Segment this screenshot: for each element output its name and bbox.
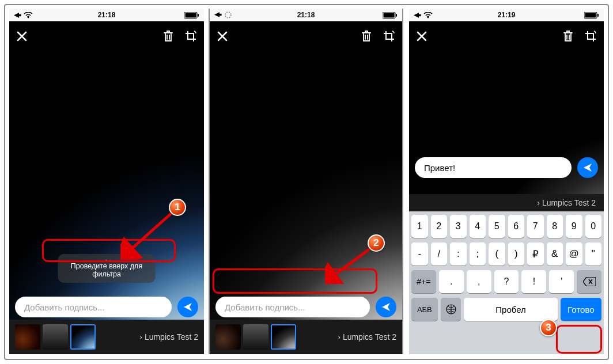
recipient-chip[interactable]: › Lumpics Test 2 bbox=[139, 332, 198, 342]
key-space[interactable]: Пробел bbox=[464, 298, 558, 321]
step-badge-2: 2 bbox=[368, 234, 385, 252]
key-done[interactable]: Готово bbox=[561, 298, 601, 321]
ios-keyboard: 1 2 3 4 5 6 7 8 9 0 - / : ; ( ) ₽ & @ bbox=[409, 211, 604, 354]
filter-hint-text: Проведите вверх для фильтра bbox=[71, 262, 142, 278]
svg-rect-5 bbox=[384, 13, 395, 17]
step-badge-1: 1 bbox=[169, 199, 186, 216]
crop-rotate-icon[interactable] bbox=[184, 30, 197, 45]
photo-thumbnail-selected[interactable] bbox=[271, 324, 296, 350]
key-paren-close[interactable]: ) bbox=[508, 242, 525, 266]
svg-rect-6 bbox=[396, 14, 397, 17]
key-9[interactable]: 9 bbox=[566, 215, 582, 238]
key-apostrophe[interactable]: ' bbox=[549, 270, 574, 293]
trash-icon[interactable] bbox=[562, 30, 574, 45]
status-time: 21:18 bbox=[297, 11, 315, 19]
key-5[interactable]: 5 bbox=[489, 215, 505, 238]
close-icon[interactable] bbox=[416, 31, 427, 44]
key-semicolon[interactable]: ; bbox=[470, 242, 486, 266]
phone-screenshot-3: 21:19 Привет! bbox=[409, 9, 604, 354]
key-symbols-toggle[interactable]: #+= bbox=[411, 270, 436, 293]
crop-rotate-icon[interactable] bbox=[383, 30, 395, 45]
chevron-right-icon: › bbox=[537, 198, 540, 207]
chevron-up-icon: ︿ bbox=[66, 257, 147, 262]
photo-thumbnail-selected[interactable] bbox=[70, 324, 96, 350]
key-0[interactable]: 0 bbox=[585, 215, 602, 238]
trash-icon[interactable] bbox=[162, 30, 174, 45]
battery-icon bbox=[184, 11, 199, 19]
key-4[interactable]: 4 bbox=[470, 215, 486, 238]
selected-photos-strip: › Lumpics Test 2 bbox=[9, 320, 204, 354]
photo-thumbnail[interactable] bbox=[43, 324, 68, 350]
photo-thumbnail[interactable] bbox=[243, 324, 268, 350]
phone-screenshot-1: 21:18 ︿ Проведите вверх для фи bbox=[9, 9, 204, 354]
status-bar: 21:18 bbox=[9, 9, 204, 21]
status-left-icons bbox=[214, 11, 232, 20]
key-globe[interactable] bbox=[441, 298, 461, 321]
photo-preview-area[interactable] bbox=[210, 21, 402, 320]
svg-rect-1 bbox=[186, 13, 196, 17]
battery-icon bbox=[383, 11, 398, 19]
phone-screenshot-2: 21:18 Добавить подпись... bbox=[209, 9, 403, 354]
send-button[interactable] bbox=[177, 297, 198, 317]
key-6[interactable]: 6 bbox=[508, 215, 525, 238]
key-ruble[interactable]: ₽ bbox=[527, 242, 544, 266]
key-8[interactable]: 8 bbox=[547, 215, 563, 238]
swipe-up-filter-hint: ︿ Проведите вверх для фильтра bbox=[58, 254, 156, 283]
key-dash[interactable]: - bbox=[411, 242, 428, 266]
key-comma[interactable]: , bbox=[467, 270, 491, 293]
status-left-icons bbox=[14, 11, 33, 19]
chevron-right-icon: › bbox=[139, 332, 142, 342]
battery-icon bbox=[584, 11, 599, 19]
svg-rect-8 bbox=[585, 13, 596, 17]
status-bar: 21:18 bbox=[210, 9, 402, 21]
key-1[interactable]: 1 bbox=[411, 215, 428, 238]
key-2[interactable]: 2 bbox=[431, 215, 448, 238]
key-abc-toggle[interactable]: АБВ bbox=[411, 298, 438, 321]
status-time: 21:19 bbox=[498, 11, 516, 19]
send-button[interactable] bbox=[376, 297, 396, 317]
trash-icon[interactable] bbox=[361, 30, 372, 45]
key-slash[interactable]: / bbox=[431, 242, 448, 266]
send-button[interactable] bbox=[577, 157, 598, 178]
caption-input[interactable]: Привет! bbox=[415, 157, 572, 178]
photo-thumbnail[interactable] bbox=[15, 324, 40, 350]
status-time: 21:18 bbox=[98, 11, 116, 19]
key-colon[interactable]: : bbox=[450, 242, 467, 266]
key-backspace[interactable] bbox=[577, 270, 601, 293]
recipient-chip[interactable]: › Lumpics Test 2 bbox=[338, 332, 396, 342]
caption-input[interactable]: Добавить подпись... bbox=[15, 297, 172, 317]
key-quote[interactable]: " bbox=[585, 242, 602, 266]
step-badge-3: 3 bbox=[540, 319, 557, 336]
svg-rect-2 bbox=[198, 14, 199, 17]
close-icon[interactable] bbox=[16, 31, 28, 44]
svg-rect-9 bbox=[597, 14, 599, 17]
recipient-name: Lumpics Test 2 bbox=[542, 198, 596, 207]
recipient-name: Lumpics Test 2 bbox=[145, 332, 198, 342]
key-paren-open[interactable]: ( bbox=[489, 242, 505, 266]
photo-thumbnail[interactable] bbox=[215, 324, 241, 350]
key-at[interactable]: @ bbox=[566, 242, 582, 266]
key-exclaim[interactable]: ! bbox=[521, 270, 546, 293]
key-question[interactable]: ? bbox=[494, 270, 519, 293]
chevron-right-icon: › bbox=[338, 332, 340, 342]
status-left-icons bbox=[414, 11, 433, 19]
globe-icon bbox=[445, 304, 457, 315]
backspace-icon bbox=[583, 277, 596, 286]
recipient-name: Lumpics Test 2 bbox=[343, 332, 396, 342]
key-7[interactable]: 7 bbox=[527, 215, 544, 238]
status-bar: 21:19 bbox=[409, 9, 604, 21]
recipient-strip: › Lumpics Test 2 bbox=[409, 194, 604, 211]
caption-placeholder: Добавить подпись... bbox=[24, 302, 105, 312]
key-3[interactable]: 3 bbox=[450, 215, 467, 238]
keyboard-row-2: - / : ; ( ) ₽ & @ " bbox=[411, 242, 601, 266]
keyboard-row-1: 1 2 3 4 5 6 7 8 9 0 bbox=[411, 215, 601, 238]
recipient-chip[interactable]: › Lumpics Test 2 bbox=[537, 198, 596, 207]
crop-rotate-icon[interactable] bbox=[584, 30, 597, 45]
key-period[interactable]: . bbox=[439, 270, 464, 293]
caption-placeholder: Добавить подпись... bbox=[225, 302, 305, 312]
caption-input[interactable]: Добавить подпись... bbox=[215, 297, 370, 317]
close-icon[interactable] bbox=[217, 31, 228, 44]
key-amp[interactable]: & bbox=[547, 242, 563, 266]
caption-value: Привет! bbox=[424, 163, 455, 173]
keyboard-row-3: #+= . , ? ! ' bbox=[411, 270, 601, 293]
